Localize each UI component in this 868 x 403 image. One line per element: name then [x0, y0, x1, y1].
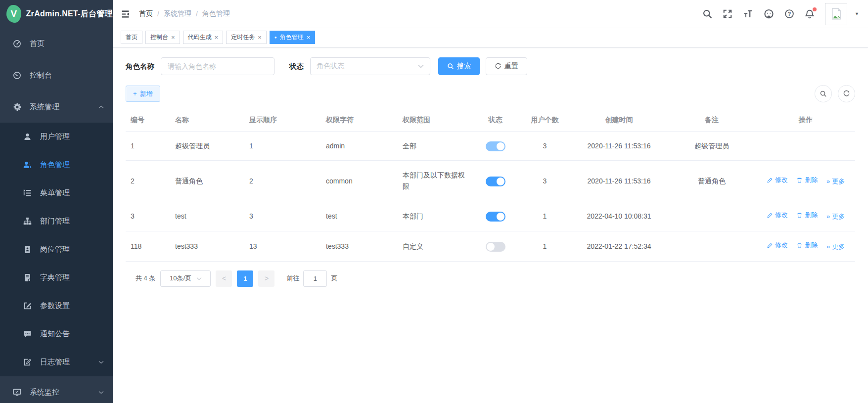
prev-page-button[interactable]: <: [216, 270, 232, 287]
role-name-label: 角色名称: [126, 62, 154, 71]
breadcrumb-item-home[interactable]: 首页: [139, 9, 153, 18]
delete-link[interactable]: 删除: [796, 175, 818, 185]
col-header-actions: 操作: [756, 109, 855, 132]
cell-id: 1: [126, 132, 170, 161]
sidebar-item-dict-mgmt[interactable]: 字典管理: [0, 264, 113, 292]
next-page-button[interactable]: >: [258, 270, 274, 287]
goto-label: 前往: [286, 274, 299, 283]
chevron-down-icon: [196, 277, 202, 280]
sidebar-item-label: 系统管理: [30, 102, 59, 112]
search-icon[interactable]: [702, 9, 712, 19]
github-icon[interactable]: [764, 9, 774, 19]
reset-button[interactable]: 重置: [486, 57, 527, 75]
cell-actions: 修改 删除 »更多: [756, 161, 855, 201]
tab-role-mgmt[interactable]: ● 角色管理 ×: [270, 31, 315, 44]
page-unit-label: 页: [331, 274, 337, 283]
sidebar-item-param-settings[interactable]: 参数设置: [0, 292, 113, 320]
monitor-icon: [13, 388, 21, 397]
refresh-icon: [843, 90, 850, 97]
close-icon[interactable]: ×: [215, 34, 219, 41]
more-link[interactable]: »更多: [826, 212, 845, 222]
caret-down-icon[interactable]: ▼: [855, 11, 859, 16]
fullscreen-icon[interactable]: [723, 9, 732, 19]
plus-icon: +: [133, 90, 137, 97]
sidebar-item-home[interactable]: 首页: [0, 28, 113, 59]
refresh-table-button[interactable]: [838, 85, 855, 102]
col-header-created: 创建时间: [571, 109, 667, 132]
cell-name: test: [170, 201, 244, 231]
delete-link[interactable]: 删除: [796, 210, 818, 221]
delete-label: 删除: [805, 210, 818, 221]
avatar[interactable]: [825, 3, 847, 25]
search-button[interactable]: 搜索: [438, 57, 480, 75]
page-number-button[interactable]: 1: [237, 270, 253, 287]
col-header-scope: 权限范围: [398, 109, 472, 132]
cell-actions: [756, 132, 855, 161]
sidebar-item-label: 通知公告: [40, 329, 70, 339]
role-name-input[interactable]: [161, 57, 274, 75]
broken-image-icon: [830, 7, 843, 20]
app-logo[interactable]: V ZrAdmin.NET-后台管理: [0, 0, 113, 28]
cell-created: 2020-11-26 11:53:16: [571, 132, 667, 161]
sidebar-item-role-mgmt[interactable]: 角色管理: [0, 151, 113, 179]
edit-square-icon: [23, 302, 32, 310]
cell-users: 3: [519, 132, 571, 161]
status-toggle[interactable]: [486, 177, 505, 186]
more-link[interactable]: »更多: [826, 242, 845, 252]
edit-link[interactable]: 修改: [767, 210, 788, 221]
edit-link[interactable]: 修改: [767, 240, 788, 251]
sidebar-item-system-mgmt[interactable]: 系统管理: [0, 91, 113, 123]
close-icon[interactable]: ×: [258, 34, 262, 41]
sidebar-item-label: 首页: [30, 39, 45, 48]
cell-key: test: [321, 201, 398, 231]
tab-code-gen[interactable]: 代码生成 ×: [183, 31, 224, 44]
gauge-icon: [13, 71, 21, 80]
tab-scheduled-tasks[interactable]: 定时任务 ×: [226, 31, 267, 44]
sidebar-item-system-monitor[interactable]: 系统监控: [0, 376, 113, 403]
sidebar-item-log-mgmt[interactable]: 日志管理: [0, 348, 113, 376]
roles-table: 编号 名称 显示顺序 权限字符 权限范围 状态 用户个数 创建时间 备注 操作 …: [126, 109, 855, 262]
add-button[interactable]: + 新增: [126, 86, 160, 102]
cell-order: 1: [244, 132, 321, 161]
col-header-users: 用户个数: [519, 109, 571, 132]
status-select[interactable]: 角色状态: [310, 57, 430, 75]
chevron-up-icon: [98, 105, 104, 109]
sidebar-item-console[interactable]: 控制台: [0, 59, 113, 91]
sidebar-fold-icon[interactable]: [121, 10, 130, 18]
goto-page-input[interactable]: [303, 270, 327, 287]
col-header-id: 编号: [126, 109, 170, 132]
sidebar-item-label: 角色管理: [40, 160, 70, 170]
notification-bell-icon[interactable]: [805, 9, 815, 19]
cell-actions: 修改 删除 »更多: [756, 231, 855, 261]
sidebar-item-label: 部门管理: [40, 217, 70, 226]
page-size-select[interactable]: 10条/页: [160, 270, 211, 287]
status-toggle[interactable]: [486, 242, 505, 252]
close-icon[interactable]: ×: [171, 34, 175, 41]
tab-label: 代码生成: [188, 33, 212, 42]
table-header-row: 编号 名称 显示顺序 权限字符 权限范围 状态 用户个数 创建时间 备注 操作: [126, 109, 855, 132]
search-icon: [820, 90, 827, 97]
delete-link[interactable]: 删除: [796, 240, 818, 251]
sidebar-item-dept-mgmt[interactable]: 部门管理: [0, 207, 113, 235]
more-icon: »: [826, 177, 830, 187]
tab-home[interactable]: 首页: [121, 31, 142, 44]
cell-created: 2020-11-26 11:53:16: [571, 161, 667, 201]
sidebar-item-post-mgmt[interactable]: 岗位管理: [0, 235, 113, 264]
toggle-search-button[interactable]: [815, 85, 832, 102]
edit-label: 修改: [775, 240, 788, 251]
more-link[interactable]: »更多: [826, 177, 845, 187]
tab-console[interactable]: 控制台 ×: [145, 31, 180, 44]
status-toggle[interactable]: [486, 212, 505, 222]
cell-users: 3: [519, 161, 571, 201]
status-toggle[interactable]: [486, 141, 505, 151]
help-icon[interactable]: ?: [784, 9, 794, 19]
sidebar-item-menu-mgmt[interactable]: 菜单管理: [0, 179, 113, 207]
sidebar-item-label: 控制台: [30, 71, 52, 80]
cell-remark: 普通角色: [667, 161, 756, 201]
font-size-icon[interactable]: [743, 9, 753, 19]
sidebar-item-notice[interactable]: 通知公告: [0, 320, 113, 348]
goto-page: 前往 页: [286, 270, 337, 287]
edit-link[interactable]: 修改: [767, 175, 788, 185]
sidebar-item-user-mgmt[interactable]: 用户管理: [0, 123, 113, 151]
close-icon[interactable]: ×: [307, 34, 311, 41]
